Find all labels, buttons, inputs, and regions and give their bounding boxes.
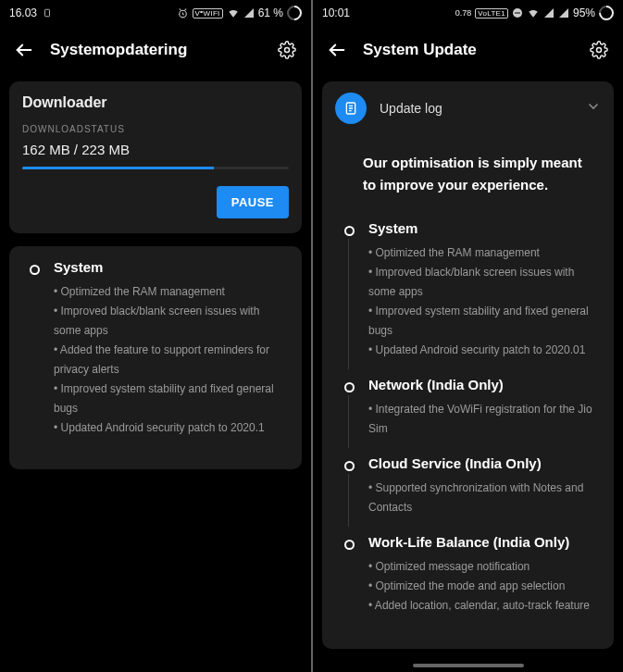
gesture-bar: [313, 659, 623, 672]
section-item: • Improved black/blank screen issues wit…: [368, 263, 599, 302]
back-button[interactable]: [326, 39, 348, 61]
release-section: System• Optimized the RAM management• Im…: [22, 259, 289, 438]
update-log-header[interactable]: Update log: [322, 81, 614, 135]
section-item: • Optimized the mode and app selection: [368, 577, 599, 596]
download-heading: Downloader: [22, 94, 289, 111]
signal-icon: [243, 7, 255, 19]
update-log-label: Update log: [380, 101, 586, 116]
update-log-card: Update log Our optimisation is simply me…: [322, 81, 614, 649]
chevron-down-icon: [586, 99, 601, 118]
release-notes-list: System• Optimized the RAM management• Im…: [337, 220, 599, 616]
battery-ring-icon: [599, 6, 614, 20]
section-title: Work-Life Balance (India Only): [368, 534, 599, 550]
settings-button[interactable]: [276, 39, 298, 61]
svg-point-5: [597, 48, 602, 53]
section-item: • Updated Android security patch to 2020…: [368, 341, 599, 360]
signal-icon: [543, 7, 554, 19]
download-card: Downloader DOWNLOADSTATUS 162 MB / 223 M…: [9, 81, 302, 233]
page-title: Systemopdatering: [50, 41, 187, 59]
section-item: • Improved black/blank screen issues wit…: [54, 302, 289, 341]
release-section: Work-Life Balance (India Only)• Optimize…: [337, 534, 599, 616]
section-item: • Supported synchronization with Notes a…: [368, 479, 599, 517]
wifi-icon: [527, 6, 540, 19]
svg-rect-0: [45, 9, 50, 17]
section-title: System: [54, 259, 289, 275]
status-bar: 10:01 0.78 VoLTE1 95%: [313, 0, 623, 26]
status-time: 16.03: [9, 6, 37, 19]
dnd-icon: [512, 7, 523, 19]
vowifi-badge: VᵒWIFI: [193, 8, 223, 19]
section-title: Network (India Only): [368, 377, 599, 392]
download-progress-bar: [22, 167, 289, 169]
battery-ring-icon: [287, 6, 302, 20]
section-item: • Added location, calendar, auto-track f…: [368, 596, 599, 616]
app-bar: System Update: [313, 26, 623, 74]
settings-button[interactable]: [588, 39, 610, 61]
section-item: • Optimized the RAM management: [54, 282, 289, 302]
phone-right: 10:01 0.78 VoLTE1 95%: [313, 0, 623, 672]
phone-left: 16.03 VᵒWIFI 61 % Systemopdatering: [0, 0, 311, 672]
release-section: Network (India Only)• Integrated the VoW…: [337, 377, 599, 439]
document-icon: [335, 93, 367, 124]
app-bar: Systemopdatering: [0, 26, 311, 74]
download-progress-text: 162 MB / 223 MB: [22, 142, 289, 157]
section-item: • Improved system stability and fixed ge…: [368, 302, 599, 341]
section-item: • Integrated the VoWiFi registration for…: [368, 400, 599, 439]
wifi-icon: [227, 6, 240, 19]
data-rate: 0.78: [455, 9, 472, 18]
download-status-label: DOWNLOADSTATUS: [22, 124, 289, 134]
section-item: • Optimized message notification: [368, 557, 599, 577]
battery-text: 95%: [573, 6, 595, 19]
back-button[interactable]: [13, 39, 35, 61]
release-section: System• Optimized the RAM management• Im…: [337, 220, 599, 360]
content-area[interactable]: Downloader DOWNLOADSTATUS 162 MB / 223 M…: [0, 74, 311, 672]
section-item: • Improved system stability and fixed ge…: [54, 380, 289, 418]
battery-text: 61 %: [258, 6, 283, 19]
svg-rect-4: [515, 13, 520, 14]
release-section: Cloud Service (India Only)• Supported sy…: [337, 455, 599, 517]
section-title: System: [368, 220, 599, 236]
sim-icon: [43, 8, 52, 18]
content-area[interactable]: Update log Our optimisation is simply me…: [313, 74, 623, 659]
volte-badge: VoLTE1: [475, 8, 508, 19]
alarm-icon: [177, 7, 189, 19]
section-item: • Optimized the RAM management: [368, 243, 599, 263]
svg-point-2: [285, 48, 290, 53]
update-log-tagline: Our optimisation is simply meant to impr…: [363, 152, 593, 196]
signal-icon-2: [558, 7, 569, 19]
section-item: • Added the feature to support reminders…: [54, 341, 289, 380]
release-notes-card: System• Optimized the RAM management• Im…: [9, 246, 302, 469]
status-bar: 16.03 VᵒWIFI 61 %: [0, 0, 311, 26]
section-item: • Updated Android security patch to 2020…: [54, 418, 289, 438]
status-time: 10:01: [322, 6, 350, 19]
section-title: Cloud Service (India Only): [368, 455, 599, 471]
page-title: System Update: [363, 41, 477, 59]
pause-button[interactable]: PAUSE: [217, 186, 289, 218]
